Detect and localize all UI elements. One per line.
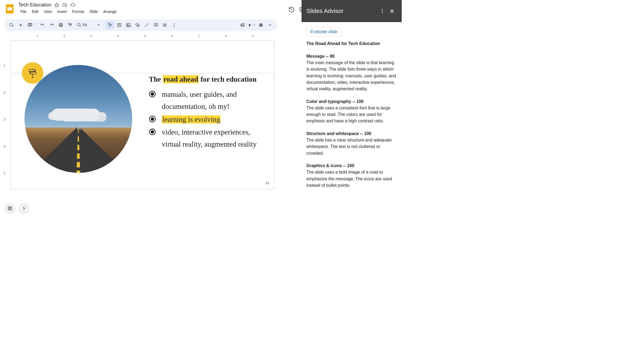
advisor-section: Message -- 80The main message of the sli… xyxy=(306,53,397,92)
svg-point-50 xyxy=(382,12,383,13)
svg-rect-6 xyxy=(28,24,31,26)
advisor-section-body: The slide has a clear structure and adeq… xyxy=(306,137,397,157)
svg-point-12 xyxy=(77,23,80,26)
textbox-icon[interactable] xyxy=(115,21,123,29)
new-slide-icon[interactable] xyxy=(17,21,25,29)
star-icon[interactable] xyxy=(54,2,60,8)
line-icon[interactable] xyxy=(143,21,151,29)
bullet-item: video, interactive experiences, virtual … xyxy=(149,126,268,151)
evaluate-slide-button[interactable]: Evaluate slide xyxy=(306,27,341,37)
slide-title: The road ahead for tech education xyxy=(149,75,268,84)
record-icon[interactable] xyxy=(257,21,265,29)
collapse-toolbar-icon[interactable] xyxy=(266,21,274,29)
comment-add-icon[interactable] xyxy=(152,21,160,29)
menu-format[interactable]: Format xyxy=(70,8,86,15)
menu-file[interactable]: File xyxy=(18,8,29,15)
dropdown-icon xyxy=(97,24,100,26)
svg-point-48 xyxy=(382,9,383,10)
document-title[interactable]: Tech Education xyxy=(18,2,51,8)
select-tool-icon[interactable] xyxy=(106,21,114,29)
advisor-section-heading: Graphics & icons -- 100 xyxy=(306,163,397,169)
svg-rect-1 xyxy=(7,7,12,11)
slides-advisor-panel: Slides Advisor Evaluate slide The Road A… xyxy=(302,0,402,218)
svg-rect-27 xyxy=(29,70,34,71)
svg-point-21 xyxy=(174,25,174,26)
svg-rect-44 xyxy=(8,207,10,208)
bullet-text: learning is evolving xyxy=(162,113,220,126)
bullet-text: manuals, user guides, and documentation,… xyxy=(162,88,268,113)
bullet-item: manuals, user guides, and documentation,… xyxy=(149,88,268,113)
svg-rect-11 xyxy=(68,23,71,25)
video-icon[interactable] xyxy=(161,21,169,29)
close-icon[interactable] xyxy=(387,6,397,16)
advisor-section: Structure and whitespace -- 100The slide… xyxy=(306,130,397,157)
advisor-section-body: The slide uses a consistent font that is… xyxy=(306,105,397,125)
svg-rect-45 xyxy=(10,207,12,208)
advisor-slide-title: The Road Ahead for Tech Education xyxy=(306,40,397,47)
redo-icon[interactable] xyxy=(48,21,56,29)
grid-view-button[interactable] xyxy=(5,203,15,213)
more-icon[interactable] xyxy=(170,21,178,29)
advisor-section: Color and typography -- 100The slide use… xyxy=(306,98,397,125)
bullet-item: learning is evolving xyxy=(149,113,268,126)
svg-rect-46 xyxy=(8,209,10,210)
advisor-section-body: The slide uses a bold image of a road to… xyxy=(306,169,397,189)
svg-rect-17 xyxy=(137,25,139,27)
shape-icon[interactable] xyxy=(134,21,142,29)
bullet-icon xyxy=(149,128,156,135)
svg-rect-47 xyxy=(10,209,12,210)
page-number: 23 xyxy=(265,181,269,185)
svg-point-5 xyxy=(10,23,13,26)
transition-icon[interactable] xyxy=(248,21,256,29)
advisor-menu-icon[interactable] xyxy=(377,6,387,16)
menu-edit[interactable]: Edit xyxy=(30,8,41,15)
next-slide-button[interactable] xyxy=(19,203,29,213)
slide-image[interactable] xyxy=(24,65,132,173)
svg-rect-28 xyxy=(31,72,36,74)
menu-arrange[interactable]: Arrange xyxy=(101,8,119,15)
svg-point-16 xyxy=(136,23,138,26)
svg-point-34 xyxy=(151,130,154,133)
slides-logo[interactable] xyxy=(4,3,15,14)
advisor-title: Slides Advisor xyxy=(306,8,377,15)
search-menus-icon[interactable] xyxy=(8,21,16,29)
ruler-vertical: 1 2 3 4 5 xyxy=(6,40,10,218)
paint-format-icon[interactable] xyxy=(66,21,74,29)
svg-point-30 xyxy=(151,92,154,96)
menu-bar: File Edit View Insert Format Slide Arran… xyxy=(18,8,288,15)
advisor-section-body: The main message of the slide is that le… xyxy=(306,60,397,92)
cloud-status-icon[interactable] xyxy=(70,2,76,8)
svg-rect-14 xyxy=(127,23,130,27)
svg-point-20 xyxy=(174,23,174,24)
print-icon[interactable] xyxy=(57,21,65,29)
undo-icon[interactable] xyxy=(38,21,47,29)
bullet-icon xyxy=(149,116,156,123)
svg-rect-7 xyxy=(29,23,32,25)
svg-point-49 xyxy=(382,11,383,11)
history-icon[interactable] xyxy=(288,6,295,13)
menu-view[interactable]: View xyxy=(42,8,54,15)
bullet-icon xyxy=(149,91,156,98)
move-folder-icon[interactable] xyxy=(62,2,68,8)
toolbar: Fit xyxy=(4,19,277,31)
image-icon[interactable] xyxy=(124,21,132,29)
svg-point-32 xyxy=(151,118,154,121)
menu-slide[interactable]: Slide xyxy=(87,8,100,15)
new-with-layout-icon[interactable] xyxy=(26,21,34,29)
mask-image-icon[interactable] xyxy=(239,21,247,29)
advisor-section-heading: Message -- 80 xyxy=(306,53,397,60)
slide-text-box[interactable]: The road ahead for tech education manual… xyxy=(149,75,268,151)
zoom-control[interactable]: Fit xyxy=(75,23,102,27)
slide-canvas[interactable]: The road ahead for tech education manual… xyxy=(11,40,274,189)
advisor-section: Graphics & icons -- 100The slide uses a … xyxy=(306,163,397,189)
bullet-text: video, interactive experiences, virtual … xyxy=(162,126,268,151)
svg-point-26 xyxy=(260,24,262,26)
signpost-icon xyxy=(22,62,43,84)
menu-insert[interactable]: Insert xyxy=(55,8,69,15)
advisor-section-heading: Color and typography -- 100 xyxy=(306,98,397,105)
svg-point-22 xyxy=(174,26,174,27)
advisor-section-heading: Structure and whitespace -- 100 xyxy=(306,130,397,137)
